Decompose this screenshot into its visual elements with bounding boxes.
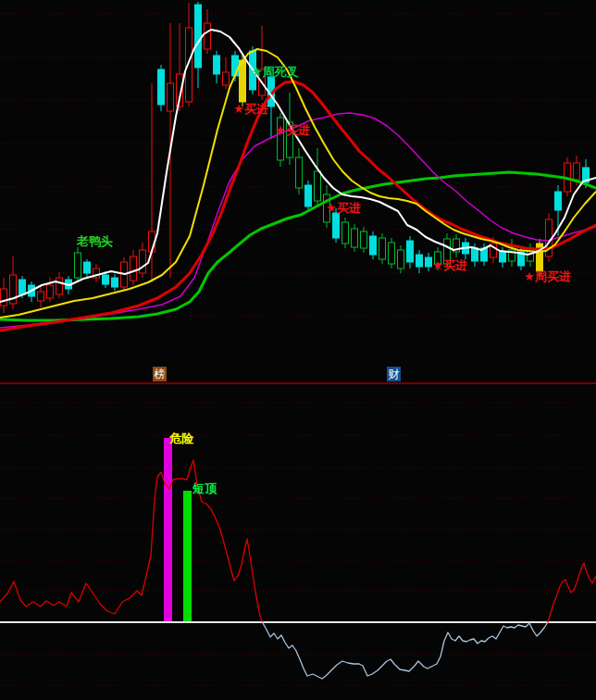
- indicator-bar-label-1: 短顶: [192, 481, 217, 495]
- signal-annotation-1: ★周死叉: [252, 65, 299, 79]
- finance-tag[interactable]: 财: [387, 367, 401, 381]
- signal-annotation-0: 老鸭头: [76, 234, 113, 248]
- signal-annotation-4: ★买进: [326, 201, 361, 215]
- stock-chart-canvas[interactable]: 老鸭头★周死叉★买进★买进★买进★买进★周买进危险短顶: [0, 0, 596, 700]
- signal-annotation-5: ★买进: [432, 258, 467, 272]
- ranking-tag[interactable]: 榜: [153, 367, 167, 381]
- signal-annotation-6: ★周买进: [524, 269, 571, 283]
- indicator-bar-label-0: 危险: [168, 431, 194, 445]
- stock-chart-window: 老鸭头★周死叉★买进★买进★买进★买进★周买进危险短顶 榜 财: [0, 0, 596, 700]
- signal-annotation-2: ★买进: [233, 102, 268, 116]
- signal-annotation-3: ★买进: [275, 123, 310, 137]
